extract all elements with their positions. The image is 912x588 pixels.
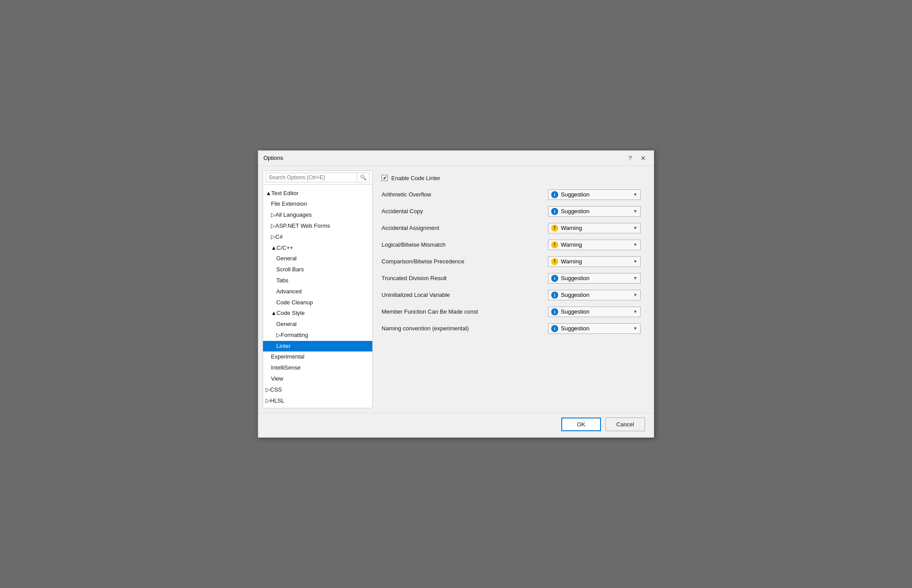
dropdown-icon-truncated-division-result: i (551, 275, 558, 282)
setting-row-arithmetic-overflow: Arithmetic OverflowiSuggestion▼ (382, 189, 641, 200)
setting-label-member-function-const: Member Function Can Be Made const (382, 308, 548, 315)
tree-item-tabs[interactable]: Tabs (263, 275, 372, 286)
dropdown-value-accidental-copy: Suggestion (561, 208, 589, 214)
tree-item-code-style[interactable]: ▲Code Style (263, 308, 372, 319)
dropdown-value-accidental-assignment: Warning (561, 225, 582, 231)
dropdown-arrow-logical-bitwise-mismatch: ▼ (633, 242, 638, 247)
dropdown-accidental-copy[interactable]: iSuggestion▼ (548, 206, 641, 217)
dropdown-wrap-truncated-division-result: iSuggestion▼ (548, 273, 641, 284)
tree-item-css[interactable]: ▷CSS (263, 385, 372, 396)
dropdown-wrap-accidental-assignment: !Warning▼ (548, 223, 641, 233)
checkbox-check: ✔ (383, 176, 387, 181)
search-button[interactable]: 🔍 (357, 173, 370, 182)
title-bar-buttons: ? ✕ (626, 154, 649, 162)
tree-item-hlsl[interactable]: ▷HLSL (263, 396, 372, 407)
tree-item-linter[interactable]: Linter (263, 341, 372, 352)
dropdown-arrow-accidental-copy: ▼ (633, 209, 638, 214)
settings-container: Arithmetic OverflowiSuggestion▼Accidenta… (382, 189, 641, 334)
dropdown-icon-member-function-const: i (551, 308, 558, 315)
dropdown-icon-comparison-bitwise-precedence: ! (551, 258, 558, 265)
setting-row-uninitialized-local-variable: Uninitialized Local VariableiSuggestion▼ (382, 290, 641, 300)
dropdown-uninitialized-local-variable[interactable]: iSuggestion▼ (548, 290, 641, 300)
dialog-body: 🔍 ▲Text EditorFile Extension▷All Languag… (258, 166, 654, 413)
dropdown-wrap-accidental-copy: iSuggestion▼ (548, 206, 641, 217)
dropdown-icon-arithmetic-overflow: i (551, 191, 558, 198)
title-bar: Options ? ✕ (258, 151, 654, 166)
tree-item-aspnet-web-forms[interactable]: ▷ASP.NET Web Forms (263, 221, 372, 232)
help-button[interactable]: ? (626, 154, 634, 162)
dialog-title: Options (263, 155, 283, 161)
tree-item-text-editor[interactable]: ▲Text Editor (263, 188, 372, 199)
setting-row-truncated-division-result: Truncated Division ResultiSuggestion▼ (382, 273, 641, 284)
setting-row-member-function-const: Member Function Can Be Made constiSugges… (382, 307, 641, 317)
dropdown-arrow-arithmetic-overflow: ▼ (633, 192, 638, 197)
dropdown-member-function-const[interactable]: iSuggestion▼ (548, 307, 641, 317)
dropdown-logical-bitwise-mismatch[interactable]: !Warning▼ (548, 240, 641, 250)
dropdown-value-truncated-division-result: Suggestion (561, 275, 589, 281)
dropdown-value-arithmetic-overflow: Suggestion (561, 191, 589, 198)
tree-item-file-extension[interactable]: File Extension (263, 199, 372, 210)
dropdown-arithmetic-overflow[interactable]: iSuggestion▼ (548, 189, 641, 200)
dropdown-icon-naming-convention: i (551, 325, 558, 332)
ok-button[interactable]: OK (561, 418, 601, 431)
dropdown-value-logical-bitwise-mismatch: Warning (561, 241, 582, 248)
setting-label-accidental-assignment: Accidental Assignment (382, 225, 548, 231)
tree-item-advanced[interactable]: Advanced (263, 286, 372, 297)
setting-label-uninitialized-local-variable: Uninitialized Local Variable (382, 292, 548, 298)
setting-label-logical-bitwise-mismatch: Logical/Bitwise Mismatch (382, 241, 548, 248)
search-input[interactable] (266, 173, 357, 182)
setting-label-comparison-bitwise-precedence: Comparison/Bitwise Precedence (382, 258, 548, 265)
enable-label: Enable Code Linter (391, 175, 440, 181)
right-panel: ✔ Enable Code Linter Arithmetic Overflow… (373, 170, 649, 409)
tree: ▲Text EditorFile Extension▷All Languages… (263, 186, 372, 408)
dropdown-accidental-assignment[interactable]: !Warning▼ (548, 223, 641, 233)
dropdown-arrow-accidental-assignment: ▼ (633, 226, 638, 230)
dropdown-wrap-arithmetic-overflow: iSuggestion▼ (548, 189, 641, 200)
tree-item-experimental[interactable]: Experimental (263, 351, 372, 362)
left-panel: 🔍 ▲Text EditorFile Extension▷All Languag… (263, 170, 373, 409)
close-button[interactable]: ✕ (638, 154, 649, 162)
enable-row: ✔ Enable Code Linter (382, 175, 641, 181)
dropdown-icon-accidental-copy: i (551, 208, 558, 215)
dropdown-arrow-uninitialized-local-variable: ▼ (633, 292, 638, 297)
setting-label-naming-convention: Naming convention (experimental) (382, 325, 548, 332)
options-dialog: Options ? ✕ 🔍 ▲Text EditorFile Extension… (258, 150, 654, 438)
tree-item-cpp[interactable]: ▲C/C++ (263, 243, 372, 254)
tree-item-scroll-bars[interactable]: Scroll Bars (263, 264, 372, 275)
dropdown-wrap-uninitialized-local-variable: iSuggestion▼ (548, 290, 641, 300)
dropdown-truncated-division-result[interactable]: iSuggestion▼ (548, 273, 641, 284)
dropdown-value-member-function-const: Suggestion (561, 308, 589, 315)
tree-item-view[interactable]: View (263, 374, 372, 385)
dialog-footer: OK Cancel (258, 413, 654, 437)
tree-item-formatting[interactable]: ▷Formatting (263, 330, 372, 341)
tree-item-all-languages[interactable]: ▷All Languages (263, 210, 372, 221)
dropdown-value-uninitialized-local-variable: Suggestion (561, 292, 589, 298)
search-box: 🔍 (263, 171, 372, 185)
dropdown-comparison-bitwise-precedence[interactable]: !Warning▼ (548, 256, 641, 267)
dropdown-value-comparison-bitwise-precedence: Warning (561, 258, 582, 265)
tree-item-general[interactable]: General (263, 253, 372, 264)
setting-label-truncated-division-result: Truncated Division Result (382, 275, 548, 281)
dropdown-wrap-member-function-const: iSuggestion▼ (548, 307, 641, 317)
dropdown-wrap-comparison-bitwise-precedence: !Warning▼ (548, 256, 641, 267)
tree-item-intellisense[interactable]: IntelliSense (263, 362, 372, 374)
cancel-button[interactable]: Cancel (605, 418, 645, 431)
tree-item-code-cleanup[interactable]: Code Cleanup (263, 297, 372, 308)
setting-row-accidental-copy: Accidental CopyiSuggestion▼ (382, 206, 641, 217)
tree-item-general2[interactable]: General (263, 319, 372, 330)
dropdown-arrow-comparison-bitwise-precedence: ▼ (633, 259, 638, 264)
dropdown-naming-convention[interactable]: iSuggestion▼ (548, 323, 641, 334)
dropdown-wrap-logical-bitwise-mismatch: !Warning▼ (548, 240, 641, 250)
dropdown-wrap-naming-convention: iSuggestion▼ (548, 323, 641, 334)
setting-row-naming-convention: Naming convention (experimental)iSuggest… (382, 323, 641, 334)
setting-row-logical-bitwise-mismatch: Logical/Bitwise Mismatch!Warning▼ (382, 240, 641, 250)
dropdown-value-naming-convention: Suggestion (561, 325, 589, 332)
tree-item-csharp[interactable]: ▷C# (263, 232, 372, 243)
dropdown-icon-logical-bitwise-mismatch: ! (551, 241, 558, 248)
dropdown-arrow-naming-convention: ▼ (633, 326, 638, 331)
dropdown-icon-accidental-assignment: ! (551, 225, 558, 232)
setting-row-accidental-assignment: Accidental Assignment!Warning▼ (382, 223, 641, 233)
dropdown-arrow-truncated-division-result: ▼ (633, 276, 638, 281)
dropdown-icon-uninitialized-local-variable: i (551, 292, 558, 299)
enable-checkbox[interactable]: ✔ (382, 175, 388, 181)
